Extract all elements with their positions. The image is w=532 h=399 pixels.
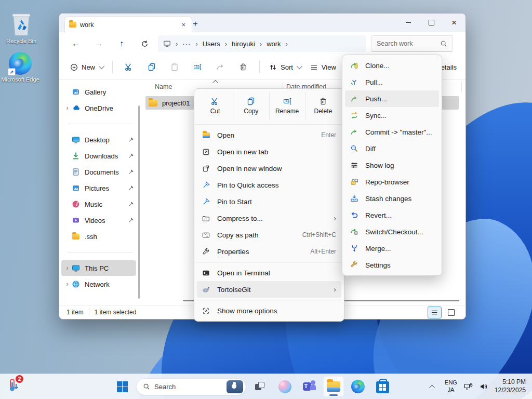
- copy-quick-button[interactable]: Copy: [233, 92, 269, 120]
- sidebar-item-ssh[interactable]: .ssh: [61, 229, 136, 244]
- teams-button[interactable]: [299, 376, 320, 397]
- tg-item-clone[interactable]: Clone...: [345, 57, 439, 74]
- volume-tray-button[interactable]: [480, 382, 488, 391]
- large-icons-view-button[interactable]: [444, 307, 458, 318]
- sidebar-scrollbar[interactable]: [138, 105, 140, 299]
- menu-item-pin-to-start[interactable]: Pin to Start: [197, 193, 341, 210]
- diff-icon: [349, 144, 360, 153]
- delete-quick-button[interactable]: Delete: [305, 92, 341, 120]
- refresh-button[interactable]: [133, 35, 156, 52]
- sidebar-item-music[interactable]: Music: [61, 196, 136, 212]
- tg-item-revert[interactable]: Revert...: [345, 207, 439, 223]
- tg-item-merge[interactable]: Merge...: [345, 240, 439, 257]
- share-button[interactable]: [209, 58, 232, 76]
- show-more-icon: [201, 307, 211, 315]
- breadcrumb-item-hiroyuki[interactable]: hiroyuki: [232, 40, 255, 48]
- column-divider[interactable]: [461, 82, 462, 92]
- tg-item-show-log[interactable]: Show log: [345, 157, 439, 174]
- tg-item-settings[interactable]: Settings: [345, 257, 439, 273]
- menu-item-pin-to-quick-access[interactable]: Pin to Quick access: [197, 177, 341, 193]
- window-controls: ×: [397, 14, 466, 32]
- up-button[interactable]: ↑: [110, 35, 133, 52]
- sidebar-item-this-pc[interactable]: › This PC: [61, 260, 136, 276]
- desktop-icon-microsoft-edge[interactable]: ↗ Microsoft Edge: [0, 52, 41, 84]
- rename-quick-button[interactable]: A Rename: [269, 92, 305, 120]
- sidebar-item-documents[interactable]: Documents: [61, 164, 136, 180]
- file-explorer-button[interactable]: [323, 376, 344, 397]
- search-input[interactable]: Search work: [371, 35, 453, 52]
- copy-button[interactable]: [140, 58, 163, 76]
- sidebar-item-downloads[interactable]: Downloads: [61, 148, 136, 164]
- navigation-pane: Gallery › OneDrive Desktop Down: [59, 79, 141, 305]
- cut-button[interactable]: [117, 58, 140, 76]
- network-tray-button[interactable]: [464, 382, 473, 391]
- copilot-button[interactable]: [274, 376, 295, 397]
- breadcrumb-item-work[interactable]: work: [267, 40, 281, 48]
- store-button[interactable]: [372, 376, 393, 397]
- sort-icon: [269, 63, 277, 71]
- tg-item-commit[interactable]: Commit -> "master"...: [345, 124, 439, 140]
- expander-icon[interactable]: ›: [63, 104, 71, 112]
- breadcrumb-item-users[interactable]: Users: [203, 40, 220, 48]
- details-view-button[interactable]: [428, 307, 442, 318]
- paste-button[interactable]: [163, 58, 186, 76]
- expander-icon[interactable]: ›: [63, 281, 71, 288]
- desktop-icon-recycle-bin[interactable]: Recycle Bin: [1, 12, 42, 45]
- column-header-name[interactable]: Name: [155, 83, 172, 90]
- breadcrumb[interactable]: › ··· › Users › hiroyuki › work ›: [158, 35, 366, 52]
- tg-item-sync[interactable]: Sync...: [345, 107, 439, 124]
- maximize-button[interactable]: [420, 14, 443, 32]
- sidebar-item-videos[interactable]: Videos: [61, 212, 136, 228]
- edge-button[interactable]: [348, 376, 368, 397]
- widgets-button[interactable]: 2: [7, 378, 21, 393]
- menu-item-open[interactable]: Open Enter: [197, 127, 341, 143]
- clock[interactable]: 5:10 PM 12/23/2025: [495, 378, 526, 394]
- start-button[interactable]: [112, 376, 132, 397]
- cut-quick-button[interactable]: Cut: [197, 92, 233, 120]
- view-button[interactable]: View: [305, 58, 341, 76]
- tg-item-repo-browser[interactable]: Repo-browser: [345, 174, 439, 190]
- taskbar-search[interactable]: Search: [136, 378, 246, 395]
- menu-item-open-in-new-window[interactable]: Open in new window: [197, 160, 341, 177]
- menu-item-open-in-new-tab[interactable]: Open in new tab: [197, 143, 341, 160]
- open-folder-icon: [201, 132, 211, 138]
- task-view-icon: [255, 382, 265, 391]
- sidebar-item-desktop[interactable]: Desktop: [61, 132, 136, 148]
- rename-button[interactable]: A: [186, 58, 209, 76]
- delete-button[interactable]: [232, 58, 255, 76]
- expander-icon[interactable]: ›: [63, 264, 71, 272]
- sidebar-item-pictures[interactable]: Pictures: [61, 180, 136, 196]
- tab-close-icon[interactable]: ×: [179, 21, 188, 29]
- menu-divider: [195, 124, 343, 125]
- forward-button[interactable]: →: [87, 35, 110, 52]
- menu-item-tortoisegit[interactable]: TortoiseGit ›: [197, 281, 341, 298]
- tg-item-diff[interactable]: Diff: [345, 140, 439, 157]
- back-button[interactable]: ←: [64, 35, 87, 52]
- sort-button[interactable]: Sort: [264, 58, 305, 76]
- search-highlight-thumbnail[interactable]: [227, 380, 243, 393]
- view-icon: [310, 63, 318, 71]
- sidebar-item-network[interactable]: › Network: [61, 276, 136, 292]
- tg-item-pull[interactable]: Pull...: [345, 74, 439, 90]
- menu-item-open-in-terminal[interactable]: Open in Terminal: [197, 264, 341, 281]
- tg-item-switch-checkout[interactable]: Switch/Checkout...: [345, 223, 439, 240]
- new-button[interactable]: New: [65, 58, 108, 76]
- new-tab-button[interactable]: +: [189, 18, 202, 31]
- language-switcher[interactable]: ENG JA: [445, 379, 457, 394]
- breadcrumb-ellipsis[interactable]: ···: [182, 40, 191, 48]
- pin-icon: [128, 137, 134, 143]
- tab-work[interactable]: work ×: [64, 16, 192, 33]
- sidebar-item-onedrive[interactable]: › OneDrive: [61, 100, 136, 116]
- menu-item-show-more-options[interactable]: Show more options: [197, 302, 341, 319]
- close-button[interactable]: ×: [443, 14, 466, 32]
- task-view-button[interactable]: [250, 376, 271, 397]
- network-icon: [71, 280, 81, 288]
- menu-item-compress-to[interactable]: Compress to... ›: [197, 210, 341, 227]
- sidebar-item-gallery[interactable]: Gallery: [61, 84, 136, 100]
- menu-item-copy-as-path[interactable]: Copy as path Ctrl+Shift+C: [197, 227, 341, 243]
- menu-item-properties[interactable]: Properties Alt+Enter: [197, 243, 341, 260]
- minimize-button[interactable]: [397, 14, 420, 32]
- tray-overflow-button[interactable]: [428, 379, 438, 394]
- tg-item-stash-changes[interactable]: Stash changes: [345, 190, 439, 207]
- tg-item-push[interactable]: Push...: [345, 90, 439, 107]
